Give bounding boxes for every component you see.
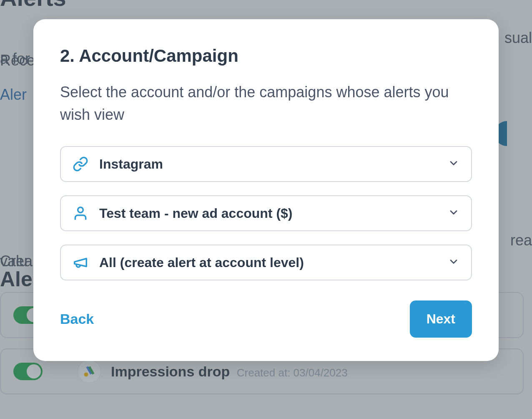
megaphone-icon [73,255,88,270]
svg-point-1 [78,207,83,213]
campaign-select-label: All (create alert at account level) [99,255,448,270]
account-select-label: Test team - new ad account ($) [99,206,448,221]
chevron-down-icon [448,256,459,269]
chevron-down-icon [448,207,459,220]
next-button[interactable]: Next [410,300,472,338]
platform-select-label: Instagram [99,156,448,172]
link-icon [73,156,88,172]
modal-title: 2. Account/Campaign [60,46,472,66]
modal-description: Select the account and/or the campaigns … [60,81,472,126]
modal-footer: Back Next [60,300,472,338]
campaign-select[interactable]: All (create alert at account level) [60,245,472,280]
account-select[interactable]: Test team - new ad account ($) [60,195,472,231]
user-icon [73,205,88,221]
platform-select[interactable]: Instagram [60,146,472,182]
account-campaign-modal: 2. Account/Campaign Select the account a… [33,19,499,361]
chevron-down-icon [448,157,459,171]
modal-overlay: 2. Account/Campaign Select the account a… [0,0,532,419]
back-button[interactable]: Back [60,311,94,327]
